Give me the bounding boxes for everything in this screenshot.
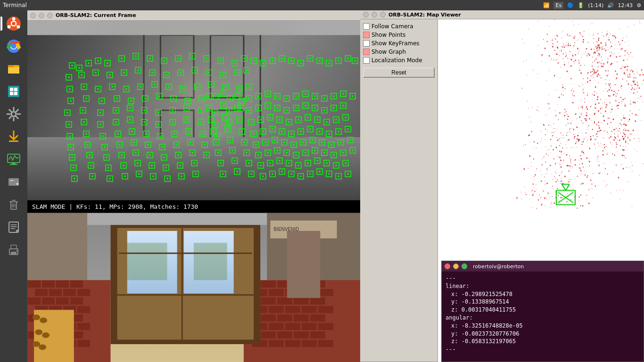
svg-rect-13 [8,65,14,67]
current-frame-title: ORB-SLAM2: Current Frame [56,12,136,18]
battery-icon: 🔋 [578,2,584,8]
svg-rect-33 [11,252,17,255]
follow-camera-checkbox[interactable] [363,23,370,30]
svg-point-18 [11,112,16,116]
terminal-z-linear: z: 0.00317040411755 [446,306,640,314]
terminal-title: robertoiv@roberton [473,263,524,270]
show-points-row: Show Points [363,32,435,38]
map-controls-panel: Follow Camera Show Points Show KeyFrames [360,19,438,362]
sidebar-item-drive[interactable] [3,172,24,192]
terminal-line2: linear: [446,282,640,290]
topbar-title: Terminal [3,2,27,8]
terminal-x-linear: x: -0.298921525478 [446,290,640,298]
show-keyframes-label: Show KeyFrames [372,40,420,47]
svg-rect-32 [11,245,17,249]
svg-point-10 [11,44,17,49]
show-graph-checkbox[interactable] [363,49,370,55]
sidebar [0,10,27,362]
sidebar-item-trash[interactable] [3,194,24,215]
terminal-close-btn[interactable] [445,263,450,269]
terminal-line-end: --- [446,346,640,354]
maximize-btn[interactable] [47,13,53,18]
terminal-y-angular: y: -0.00237320776706 [446,330,640,338]
map-viewer-title: ORB-SLAM2: Map Viewer [388,12,461,18]
terminal-minimize-btn[interactable] [453,263,459,269]
sidebar-item-ubuntu[interactable] [3,13,24,34]
close-btn[interactable] [30,13,36,18]
svg-point-2 [8,25,11,29]
terminal-maximize-btn[interactable] [462,263,467,269]
svg-rect-19 [9,140,18,142]
content-area: ORB-SLAM2: Current Frame SLAM MODE | KFs… [27,10,644,362]
status-bar: SLAM MODE | KFs: 11, MPs: 2908, Matches:… [27,200,360,213]
show-keyframes-checkbox[interactable] [363,40,370,47]
volume-icon: 🔊 [607,2,614,8]
svg-point-24 [17,183,19,185]
sidebar-item-notes[interactable] [3,217,24,238]
camera-view-top [27,21,360,200]
topbar: Terminal 📶 Es 🔵 🔋 (1:14) 🔊 12:43 ⚙ [0,0,644,10]
svg-point-1 [12,17,16,21]
sidebar-item-chrome[interactable] [3,36,24,57]
show-graph-label: Show Graph [372,49,406,55]
feature-canvas-top [27,21,360,200]
show-graph-row: Show Graph [363,49,435,55]
sidebar-item-monitor[interactable] [3,149,24,170]
main-layout: ORB-SLAM2: Current Frame SLAM MODE | KFs… [0,10,644,362]
svg-rect-21 [12,163,16,164]
svg-line-7 [17,25,17,26]
map-close-btn[interactable] [363,12,369,17]
terminal-y-linear: y: -0.13388967514 [446,298,640,306]
current-frame-window: ORB-SLAM2: Current Frame SLAM MODE | KFs… [27,10,360,362]
svg-rect-22 [10,164,17,165]
user-icon: ⚙ [636,2,641,8]
terminal-titlebar: robertoiv@roberton [442,261,644,272]
terminal-line1: --- [446,274,640,282]
bluetooth-icon: 🔵 [567,2,574,8]
sidebar-item-download[interactable] [3,126,24,147]
show-points-checkbox[interactable] [363,32,370,38]
follow-camera-row: Follow Camera [363,23,435,30]
svg-point-34 [17,250,18,252]
map-maximize-btn[interactable] [380,12,386,17]
terminal-x-angular: x: -8.32516748828e-05 [446,322,640,330]
localization-mode-row: Localization Mode [363,57,435,64]
map-minimize-btn[interactable] [372,12,377,17]
svg-line-6 [10,25,11,26]
map-viewer-titlebar: ORB-SLAM2: Map Viewer [360,10,644,19]
localization-mode-checkbox[interactable] [363,57,370,64]
follow-camera-label: Follow Camera [372,23,413,30]
feature-canvas-bottom [27,213,360,362]
windows-area: ORB-SLAM2: Current Frame SLAM MODE | KFs… [27,10,644,362]
show-keyframes-row: Show KeyFrames [363,40,435,47]
terminal-z-angular: z: -0.0583132197065 [446,337,640,346]
localization-mode-label: Localization Mode [372,57,422,64]
sidebar-item-files[interactable] [3,58,24,79]
terminal-window: robertoiv@roberton --- linear: x: -0.298… [441,261,644,362]
battery-time: (1:14) [588,2,603,8]
terminal-content: --- linear: x: -0.298921525478 y: -0.133… [442,272,644,356]
sidebar-item-printer[interactable] [3,239,24,260]
minimize-btn[interactable] [39,13,44,18]
status-text: SLAM MODE | KFs: 11, MPs: 2908, Matches:… [32,203,198,210]
svg-rect-12 [8,67,19,74]
camera-view-bottom [27,213,360,362]
sidebar-item-settings[interactable] [3,104,24,124]
svg-point-3 [17,25,20,29]
clock: 12:43 [618,2,633,8]
reset-button[interactable]: Reset [363,67,435,78]
svg-rect-25 [10,180,14,181]
terminal-angular: angular: [446,314,640,322]
sidebar-item-calc[interactable] [3,81,24,102]
current-frame-titlebar: ORB-SLAM2: Current Frame [27,10,360,21]
show-points-label: Show Points [372,32,405,38]
keyboard-lang: Es [553,2,563,9]
wifi-icon: 📶 [543,2,550,8]
